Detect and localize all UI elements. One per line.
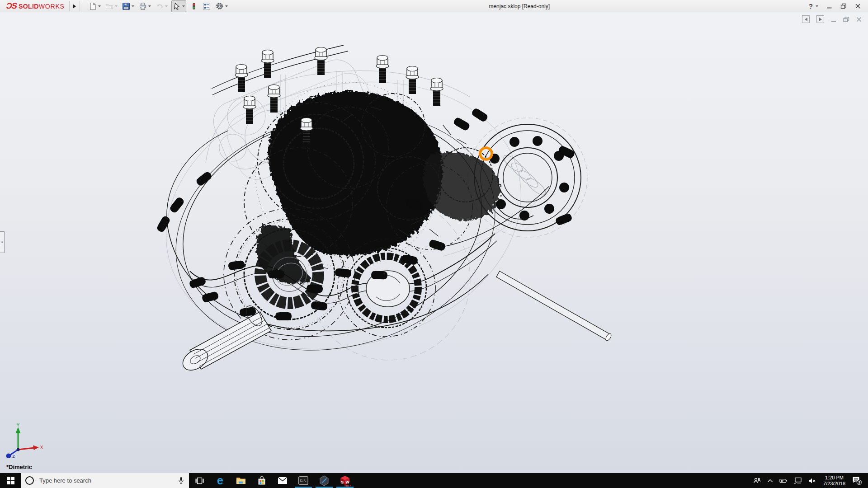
tray-date: 7/23/2018 <box>823 481 845 487</box>
dropdown-caret-icon[interactable] <box>115 5 118 7</box>
minimize-button[interactable] <box>826 3 832 9</box>
action-center-icon: 3 <box>852 476 862 485</box>
restore-button[interactable] <box>840 3 847 9</box>
taskbar-edge-button[interactable]: e <box>210 473 231 488</box>
chevron-up-icon <box>767 479 773 483</box>
print-icon <box>139 2 147 10</box>
hidden-icons-button[interactable] <box>764 473 776 488</box>
doc-close-button[interactable] <box>856 17 862 22</box>
solidworks-2017-icon: S W 2017 <box>339 474 351 487</box>
dropdown-caret-icon[interactable] <box>182 5 185 7</box>
network-button[interactable] <box>791 473 805 488</box>
triad-x-label: X <box>40 445 43 450</box>
options-gear-icon <box>215 2 224 10</box>
search-input[interactable] <box>38 477 173 484</box>
undo-button[interactable] <box>155 1 169 12</box>
previous-pane-button[interactable] <box>802 15 810 23</box>
volume-button[interactable] <box>805 473 820 488</box>
windows-logo-icon <box>7 477 14 484</box>
windows-taskbar: e <box>0 473 868 488</box>
dropdown-caret-icon[interactable] <box>98 5 101 7</box>
taskbar-task-view-button[interactable] <box>189 473 210 488</box>
ds-monogram: ƆS <box>5 1 18 11</box>
hexagon-app-icon <box>319 475 329 486</box>
graphics-viewport[interactable]: Y X Z *Dimetric <box>0 12 868 473</box>
edge-icon: e <box>215 475 226 487</box>
file-explorer-icon <box>236 477 246 485</box>
next-pane-button[interactable] <box>816 15 824 23</box>
battery-button[interactable] <box>776 473 791 488</box>
start-button[interactable] <box>0 473 21 488</box>
model-output-shaft[interactable] <box>496 271 612 342</box>
close-icon <box>855 3 861 9</box>
window-controls: ? <box>809 2 868 10</box>
help-icon: ? <box>809 2 813 10</box>
feature-tree-collapsed-tab[interactable] <box>0 231 5 253</box>
wireframe-model[interactable] <box>0 12 868 473</box>
dropdown-caret-icon[interactable] <box>132 5 134 7</box>
title-bar[interactable]: ƆS SOLIDWORKS <box>0 0 868 13</box>
dropdown-caret-icon[interactable] <box>225 5 228 7</box>
taskbar-store-button[interactable] <box>251 473 272 488</box>
file-properties-button[interactable] <box>202 1 212 12</box>
options-button[interactable] <box>214 1 229 12</box>
dropdown-caret-icon[interactable] <box>816 5 818 7</box>
dropdown-caret-icon[interactable] <box>165 5 168 7</box>
taskbar-command-prompt-button[interactable]: C:\_ <box>293 473 314 488</box>
battery-charging-icon <box>779 478 788 484</box>
triangle-right-icon <box>819 18 822 21</box>
brand-works: WORKS <box>39 3 65 10</box>
restore-icon <box>840 3 847 9</box>
task-view-icon <box>195 477 204 485</box>
doc-restore-button[interactable] <box>843 17 849 22</box>
model-input-shaft[interactable] <box>179 303 271 375</box>
taskbar-solidworks-button[interactable]: S W 2017 <box>335 473 355 488</box>
taskbar-mail-button[interactable] <box>272 473 293 488</box>
svg-text:S: S <box>341 480 344 484</box>
taskbar-hexagon-app-button[interactable] <box>314 473 335 488</box>
new-document-icon <box>89 2 97 10</box>
svg-text:e: e <box>217 475 223 487</box>
reference-triad: Y X Z <box>3 422 44 458</box>
rebuild-traffic-light-icon <box>190 2 198 10</box>
dropdown-caret-icon[interactable] <box>148 5 151 7</box>
doc-minimize-button[interactable] <box>831 17 836 22</box>
people-button[interactable] <box>750 473 764 488</box>
expand-arrow-icon <box>73 4 76 9</box>
model-gear-cluster[interactable] <box>244 82 500 284</box>
triangle-left-icon <box>805 18 807 21</box>
triad-y-label: Y <box>16 422 20 427</box>
quick-access-toolbar <box>86 0 230 12</box>
open-button[interactable] <box>104 1 118 12</box>
people-icon <box>753 477 761 484</box>
system-tray: 1:20 PM 7/23/2018 3 <box>750 473 868 488</box>
rebuild-button[interactable] <box>189 1 199 12</box>
new-document-button[interactable] <box>88 1 102 12</box>
minimize-icon <box>826 3 832 9</box>
splitter-dot-icon <box>1 241 3 243</box>
clock[interactable]: 1:20 PM 7/23/2018 <box>820 475 849 487</box>
svg-text:C:\_: C:\_ <box>300 479 308 483</box>
svg-text:W: W <box>345 480 349 484</box>
undo-icon <box>156 2 164 10</box>
cortana-icon[interactable] <box>25 476 34 485</box>
document-window-controls <box>802 15 862 23</box>
mail-icon <box>278 477 288 484</box>
brand-solid: SOLID <box>19 3 39 10</box>
select-button[interactable] <box>171 0 186 12</box>
tray-time: 1:20 PM <box>825 475 844 481</box>
solidworks-window: ƆS SOLIDWORKS <box>0 0 868 488</box>
taskbar-search[interactable] <box>21 473 189 488</box>
print-button[interactable] <box>138 1 152 12</box>
save-button[interactable] <box>121 1 135 12</box>
save-icon <box>122 2 130 10</box>
close-button[interactable] <box>855 3 861 9</box>
action-center-button[interactable]: 3 <box>849 473 865 488</box>
document-title: menjac sklop [Read-only] <box>230 3 809 9</box>
triad-z-label: Z <box>12 454 15 458</box>
taskbar-file-explorer-button[interactable] <box>231 473 251 488</box>
menu-expand-button[interactable] <box>69 1 80 11</box>
help-button[interactable]: ? <box>809 2 818 10</box>
file-properties-icon <box>203 2 211 10</box>
microphone-icon[interactable] <box>178 477 184 484</box>
